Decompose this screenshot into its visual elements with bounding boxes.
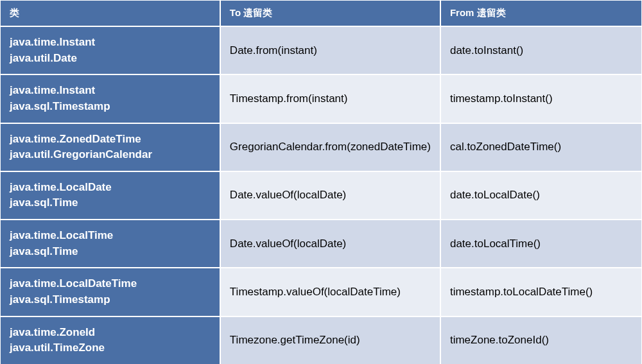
cell-from: cal.toZonedDateTime() xyxy=(440,123,642,171)
class-line-1: java.time.LocalTime xyxy=(10,228,211,244)
table-row: java.time.LocalDateTime java.sql.Timesta… xyxy=(0,268,642,316)
cell-class: java.time.ZoneId java.util.TimeZone xyxy=(0,316,220,364)
cell-to: GregorianCalendar.from(zonedDateTime) xyxy=(220,123,440,171)
table-row: java.time.Instant java.sql.Timestamp Tim… xyxy=(0,74,642,123)
table-row: java.time.ZonedDateTime java.util.Gregor… xyxy=(0,123,642,171)
cell-class: java.time.ZonedDateTime java.util.Gregor… xyxy=(0,123,220,171)
class-line-2: java.sql.Timestamp xyxy=(10,99,211,115)
cell-class: java.time.Instant java.util.Date xyxy=(0,26,220,74)
class-line-2: java.util.GregorianCalendar xyxy=(10,147,211,163)
class-line-2: java.sql.Time xyxy=(10,195,211,211)
class-line-2: java.sql.Timestamp xyxy=(10,292,211,308)
cell-from: timeZone.toZoneId() xyxy=(440,316,642,364)
header-class: 类 xyxy=(0,0,220,26)
cell-from: timestamp.toInstant() xyxy=(440,74,642,123)
cell-from: timestamp.toLocalDateTime() xyxy=(440,268,642,316)
header-from-legacy: From 遗留类 xyxy=(440,0,642,26)
class-line-1: java.time.Instant xyxy=(10,83,211,99)
class-line-1: java.time.ZonedDateTime xyxy=(10,132,211,148)
class-line-2: java.sql.Time xyxy=(10,244,211,260)
cell-from: date.toLocalTime() xyxy=(440,220,642,268)
cell-to: Timezone.getTimeZone(id) xyxy=(220,316,440,364)
class-line-1: java.time.LocalDateTime xyxy=(10,276,211,292)
cell-class: java.time.LocalDate java.sql.Time xyxy=(0,171,220,220)
class-line-1: java.time.Instant xyxy=(10,35,211,51)
cell-class: java.time.LocalTime java.sql.Time xyxy=(0,220,220,268)
conversion-table-container: 类 To 遗留类 From 遗留类 java.time.Instant java… xyxy=(0,0,642,364)
table-row: java.time.LocalTime java.sql.Time Date.v… xyxy=(0,220,642,268)
conversion-table: 类 To 遗留类 From 遗留类 java.time.Instant java… xyxy=(0,0,642,364)
class-line-2: java.util.Date xyxy=(10,51,211,67)
cell-to: Timestamp.from(instant) xyxy=(220,74,440,123)
class-line-1: java.time.LocalDate xyxy=(10,180,211,196)
header-to-legacy: To 遗留类 xyxy=(220,0,440,26)
cell-to: Date.valueOf(localDate) xyxy=(220,220,440,268)
cell-to: Date.valueOf(localDate) xyxy=(220,171,440,220)
table-row: java.time.Instant java.util.Date Date.fr… xyxy=(0,26,642,74)
table-header-row: 类 To 遗留类 From 遗留类 xyxy=(0,0,642,26)
table-row: java.time.LocalDate java.sql.Time Date.v… xyxy=(0,171,642,220)
cell-from: date.toInstant() xyxy=(440,26,642,74)
cell-to: Timestamp.valueOf(localDateTime) xyxy=(220,268,440,316)
class-line-1: java.time.ZoneId xyxy=(10,325,211,341)
cell-class: java.time.LocalDateTime java.sql.Timesta… xyxy=(0,268,220,316)
table-row: java.time.ZoneId java.util.TimeZone Time… xyxy=(0,316,642,364)
class-line-2: java.util.TimeZone xyxy=(10,340,211,356)
table-body: java.time.Instant java.util.Date Date.fr… xyxy=(0,26,642,364)
cell-to: Date.from(instant) xyxy=(220,26,440,74)
cell-from: date.toLocalDate() xyxy=(440,171,642,220)
cell-class: java.time.Instant java.sql.Timestamp xyxy=(0,74,220,123)
